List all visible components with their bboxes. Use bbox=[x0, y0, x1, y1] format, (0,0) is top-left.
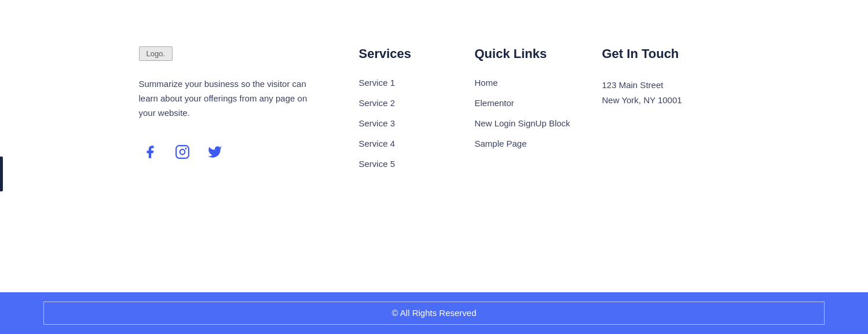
brand-description: Summarize your business so the visitor c… bbox=[139, 77, 324, 120]
logo: Logo. bbox=[139, 46, 173, 61]
instagram-icon[interactable] bbox=[171, 141, 193, 163]
service-link-2[interactable]: Service 2 bbox=[359, 98, 463, 108]
quicklink-login-signup[interactable]: New Login SignUp Block bbox=[475, 118, 591, 128]
twitter-icon[interactable] bbox=[204, 141, 226, 163]
footer-bottom: © All Rights Reserved bbox=[0, 292, 868, 334]
footer-bottom-inner: © All Rights Reserved bbox=[43, 302, 824, 325]
quicklink-home[interactable]: Home bbox=[475, 78, 591, 88]
service-link-5[interactable]: Service 5 bbox=[359, 159, 463, 169]
quicklinks-heading: Quick Links bbox=[475, 46, 591, 61]
facebook-icon[interactable] bbox=[139, 141, 161, 163]
quicklinks-column: Quick Links Home Elementor New Login Sig… bbox=[475, 46, 602, 159]
service-link-4[interactable]: Service 4 bbox=[359, 139, 463, 148]
left-accent bbox=[0, 157, 3, 191]
svg-point-2 bbox=[185, 148, 186, 150]
footer-main: Logo. Summarize your business so the vis… bbox=[0, 0, 868, 292]
svg-rect-0 bbox=[176, 146, 189, 158]
contact-column: Get In Touch 123 Main Street New York, N… bbox=[602, 46, 730, 107]
service-link-3[interactable]: Service 3 bbox=[359, 118, 463, 128]
social-icons bbox=[139, 141, 336, 163]
services-column: Services Service 1 Service 2 Service 3 S… bbox=[359, 46, 475, 179]
address-line1: 123 Main Street bbox=[602, 80, 664, 90]
contact-address: 123 Main Street New York, NY 10001 bbox=[602, 78, 730, 107]
quicklink-elementor[interactable]: Elementor bbox=[475, 98, 591, 108]
contact-heading: Get In Touch bbox=[602, 46, 730, 61]
services-heading: Services bbox=[359, 46, 463, 61]
brand-column: Logo. Summarize your business so the vis… bbox=[139, 46, 359, 163]
service-link-1[interactable]: Service 1 bbox=[359, 78, 463, 88]
address-line2: New York, NY 10001 bbox=[602, 95, 682, 105]
copyright-text: © All Rights Reserved bbox=[391, 308, 476, 318]
quicklink-sample[interactable]: Sample Page bbox=[475, 139, 591, 148]
svg-point-1 bbox=[180, 150, 185, 155]
